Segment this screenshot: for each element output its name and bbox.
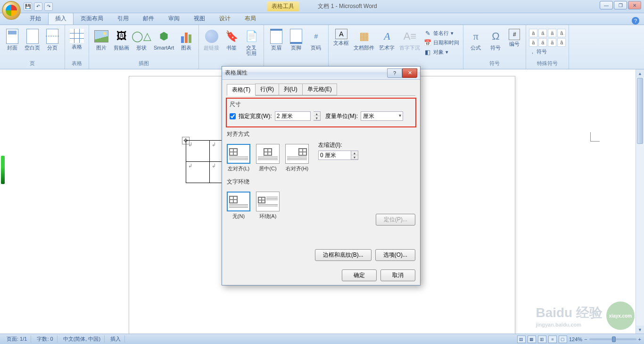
options-button[interactable]: 选项(O)... [375,249,415,261]
tab-layout[interactable]: 布局 [238,12,263,25]
blank-page-button[interactable]: 空白页 [23,28,42,51]
footer-button[interactable]: 页脚 [287,28,305,51]
group-label-special: 特殊符号 [529,59,566,68]
dialog-tab-column[interactable]: 列(U) [279,84,303,95]
ok-button[interactable]: 确定 [342,269,377,281]
wrap-label: 文字环绕 [227,178,415,186]
watermark: Baidu 经验 jingyan.baidu.com xiayx.com [536,302,635,330]
dialog-tab-row[interactable]: 行(R) [255,84,279,95]
clipart-button[interactable]: 🖼剪贴画 [112,28,131,51]
qat-undo-icon[interactable]: ↶ [34,2,42,11]
alignment-label: 对齐方式 [227,130,415,138]
more-symbols-button[interactable]: ， 符号 [529,48,566,56]
scroll-down-icon[interactable]: ▼ [636,326,644,334]
table-button[interactable]: 表格 [68,28,86,50]
ribbon-tab-strip: 开始 插入 页面布局 引用 邮件 审阅 视图 设计 布局 ? [0,13,644,25]
preferred-width-checkbox[interactable] [230,113,236,119]
datetime-button[interactable]: 📅日期和时间 [423,38,460,47]
view-web-icon[interactable]: ▥ [538,336,546,343]
signature-line-button[interactable]: ✎签名行 ▾ [423,29,460,37]
unit-select[interactable]: 厘米 [361,111,403,121]
shapes-button[interactable]: ◯△形状 [132,28,151,51]
borders-shading-button[interactable]: 边框和底纹(B)... [315,249,372,261]
pagenumber-button[interactable]: #页码 [306,28,325,51]
smartart-button[interactable]: ⬢SmartArt [152,28,176,51]
dialog-help-button[interactable]: ? [387,68,402,78]
symbol-button[interactable]: Ω符号 [486,28,505,51]
qat-save-icon[interactable]: 💾 [24,2,32,11]
indent-input[interactable] [318,151,351,160]
header-button[interactable]: 页眉 [267,28,286,51]
number-button[interactable]: #编号 [506,28,523,48]
hyperlink-button[interactable]: 超链接 [202,28,221,51]
align-center-option[interactable]: 居中(C) [256,144,280,172]
tab-insert[interactable]: 插入 [48,12,74,25]
view-fullscreen-icon[interactable]: ▦ [528,336,536,343]
ribbon-group-links: 超链接 🔖书签 📄交叉 引用 [199,25,264,69]
status-bar: 页面: 1/1 字数: 0 中文(简体, 中国) 插入 ▤ ▦ ▥ ≡ ▢ 12… [0,334,644,344]
status-language[interactable]: 中文(简体, 中国) [59,336,105,343]
preferred-width-label: 指定宽度(W): [239,112,272,120]
tab-pagelayout[interactable]: 页面布局 [74,12,110,25]
cancel-button[interactable]: 取消 [380,269,415,281]
bookmark-button[interactable]: 🔖书签 [222,28,241,51]
help-icon[interactable]: ? [632,17,639,25]
wrap-none-option[interactable]: 无(N) [227,192,250,220]
close-button[interactable]: ✕ [628,1,641,9]
quick-access-toolbar: 💾 ↶ ↷ [24,2,53,11]
margin-corner-icon [590,132,600,142]
dialog-tab-table[interactable]: 表格(T) [227,84,256,96]
wrap-around-option[interactable]: 环绕(A) [256,192,280,220]
office-button[interactable] [2,1,21,20]
dialog-tabs: 表格(T) 行(R) 列(U) 单元格(E) [227,84,415,96]
indent-label: 左缩进(I): [318,141,358,149]
minimize-button[interactable]: — [600,1,613,9]
indent-spinner[interactable]: ▲▼ [351,151,358,160]
qat-redo-icon[interactable]: ↷ [44,2,53,11]
positioning-button[interactable]: 定位(P)... [376,214,415,226]
view-print-icon[interactable]: ▤ [517,336,526,343]
textbox-button[interactable]: A文本框 [331,28,351,47]
status-page[interactable]: 页面: 1/1 [3,336,31,343]
align-right-option[interactable]: 右对齐(H) [285,144,309,172]
cover-page-button[interactable]: 封面 [3,28,22,51]
group-label-table: 表格 [68,59,86,68]
wordart-button[interactable]: A艺术字 [377,28,396,51]
equation-button[interactable]: π公式 [466,28,485,51]
tab-references[interactable]: 引用 [110,12,136,25]
align-left-option[interactable]: 左对齐(L) [227,144,250,172]
tab-design[interactable]: 设计 [212,12,238,25]
contextual-tab-label: 表格工具 [267,1,299,11]
zoom-label[interactable]: 124% [569,336,582,342]
restore-button[interactable]: ❐ [614,1,627,9]
zoom-slider[interactable] [589,338,636,340]
vertical-scrollbar[interactable]: ▲ ▼ [636,69,644,334]
zoom-plus-icon[interactable]: + [638,336,641,342]
chart-button[interactable]: 图表 [177,28,196,51]
status-mode[interactable]: 插入 [107,336,125,343]
picture-button[interactable]: 图片 [92,28,111,51]
scroll-thumb[interactable] [637,78,643,144]
zoom-minus-icon[interactable]: − [584,336,587,342]
width-spinner[interactable]: ▲▼ [314,111,321,121]
dialog-close-button[interactable]: ✕ [402,68,417,78]
document-title: 文档 1 - Microsoft Word [318,2,377,10]
view-outline-icon[interactable]: ≡ [548,336,557,343]
tab-review[interactable]: 审阅 [161,12,187,25]
view-draft-icon[interactable]: ▢ [559,336,567,343]
dialog-titlebar[interactable]: 表格属性 ? ✕ [222,67,420,80]
status-words[interactable]: 字数: 0 [33,336,57,343]
dropcap-button[interactable]: A≡首字下沉 [397,28,422,51]
tab-view[interactable]: 视图 [187,12,212,25]
crossref-button[interactable]: 📄交叉 引用 [242,28,261,57]
page-break-button[interactable]: 分页 [43,28,62,51]
preferred-width-input[interactable] [275,111,311,121]
tab-home[interactable]: 开始 [23,12,48,25]
special-symbol-grid[interactable]: à á ä â à á ä â [529,29,566,47]
object-button[interactable]: ◧对象 ▾ [423,48,460,56]
scroll-up-icon[interactable]: ▲ [636,69,644,77]
quickparts-button[interactable]: ▦文档部件 [352,28,376,51]
tab-mailings[interactable]: 邮件 [136,12,161,25]
ribbon-group-table: 表格 表格 [65,25,89,69]
dialog-tab-cell[interactable]: 单元格(E) [302,84,337,95]
